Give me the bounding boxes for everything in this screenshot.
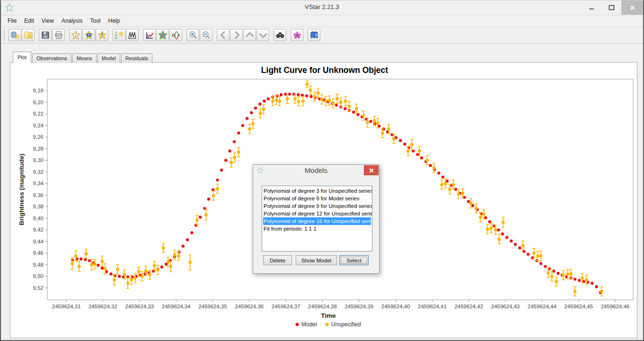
observation-point: [461, 192, 464, 195]
menu-tool[interactable]: Tool: [87, 17, 105, 25]
close-button[interactable]: [621, 0, 643, 15]
observation-point: [74, 254, 78, 258]
legend-unspecified-label: Unspecified: [331, 321, 361, 328]
menu-view[interactable]: View: [38, 17, 58, 25]
zoom-in-button[interactable]: [186, 29, 199, 41]
model-point: [207, 197, 210, 200]
tab-model[interactable]: Model: [97, 54, 120, 63]
pan-down-button[interactable]: [256, 29, 269, 41]
tab-means[interactable]: Means: [72, 54, 97, 63]
new-star-from-file-button[interactable]: [22, 29, 35, 41]
zoom-out-button[interactable]: [200, 29, 212, 41]
tab-observations[interactable]: Observations: [32, 54, 71, 63]
observation-point: [212, 194, 215, 197]
minimize-button[interactable]: [582, 0, 601, 15]
x-tick-label: 2459624,34: [162, 304, 191, 309]
observation-point: [335, 97, 339, 100]
plugin-manager-button[interactable]: [291, 29, 303, 41]
zoom-in-icon: [188, 30, 198, 40]
observation-point: [432, 166, 436, 170]
flower-icon: [292, 30, 302, 40]
light-curve-button[interactable]: [126, 29, 139, 41]
pan-left-button[interactable]: [217, 29, 229, 41]
observation-point: [237, 151, 240, 154]
models-dialog-titlebar[interactable]: Models: [253, 165, 379, 176]
y-tick-label: 9,26: [33, 134, 44, 140]
analysis-chart-button[interactable]: [143, 29, 156, 41]
tab-plot[interactable]: Plot: [13, 52, 31, 63]
new-star-from-database-button[interactable]: [9, 29, 21, 41]
observation-point: [251, 122, 255, 126]
model-point: [467, 200, 470, 203]
observation-point: [85, 252, 88, 255]
plugin-star-button[interactable]: [156, 29, 169, 41]
dialog-close-icon[interactable]: [364, 165, 379, 175]
x-tick-label: 2459624,37: [272, 304, 300, 309]
y-tick-label: 9,46: [33, 250, 44, 256]
observation-point: [153, 264, 156, 268]
observation-point: [313, 95, 317, 98]
delete-button[interactable]: Delete: [263, 255, 292, 265]
observation-point: [373, 119, 376, 123]
model-point: [254, 107, 257, 109]
curve-fit-button[interactable]: [169, 29, 182, 41]
maximize-button[interactable]: [601, 0, 621, 15]
model-list-item[interactable]: Polynomial of degree 9 for Model series: [263, 195, 371, 202]
save-button[interactable]: [39, 29, 52, 41]
tab-residuals[interactable]: Residuals: [121, 54, 152, 63]
model-point: [429, 164, 432, 167]
pan-down-icon: [258, 30, 268, 40]
model-list-item[interactable]: Fit from periods: 1 1 1: [263, 225, 371, 233]
menu-help[interactable]: Help: [105, 17, 124, 25]
x-tick-label: 2459624,36: [235, 304, 264, 309]
y-tick-label: 9,30: [33, 157, 44, 163]
observation-point: [362, 114, 365, 117]
model-point: [488, 220, 491, 223]
observation-point: [141, 275, 144, 278]
model-point: [118, 275, 121, 278]
print-icon: [54, 30, 63, 40]
star-info-button[interactable]: i: [69, 29, 82, 41]
observation-point: [113, 278, 116, 281]
observation-point: [126, 282, 130, 285]
observation-point: [444, 182, 447, 185]
observation-point: [137, 270, 141, 273]
menu-analysis[interactable]: Analysis: [58, 17, 87, 25]
x-tick-label: 2459624,32: [88, 304, 117, 309]
model-list-item[interactable]: Polynomial of degree 15 for Unspecified …: [263, 217, 371, 225]
model-list-item[interactable]: Polynomial of degree 9 for Unspecified s…: [263, 202, 371, 210]
model-list-item[interactable]: Polynomial of degree 12 for Unspecified …: [263, 210, 371, 217]
observation-point: [392, 137, 396, 141]
star-image-button[interactable]: [82, 29, 95, 41]
star-database-icon: [10, 30, 20, 40]
print-button[interactable]: [52, 29, 65, 41]
observation-point: [320, 98, 324, 101]
y-tick-label: 9,40: [33, 215, 44, 221]
show-model-button[interactable]: Show Model: [296, 255, 337, 265]
pan-up-button[interactable]: [243, 29, 256, 41]
models-list[interactable]: Polynomial of degree 3 for Unspecified s…: [262, 186, 372, 251]
y-tick-label: 9,22: [33, 111, 44, 117]
pan-right-button[interactable]: [230, 29, 243, 41]
help-button[interactable]: ?: [308, 29, 320, 41]
menu-file[interactable]: File: [4, 17, 20, 25]
menu-edit[interactable]: Edit: [20, 17, 38, 25]
model-point: [573, 278, 576, 280]
title-bar[interactable]: VStar 2.21.3: [1, 0, 643, 15]
observation-point: [204, 213, 208, 216]
toolbar-drag-handle[interactable]: [4, 29, 7, 41]
filter-button[interactable]: [273, 29, 286, 41]
observation-point: [90, 263, 93, 267]
raw-data-button[interactable]: 118181: [113, 29, 125, 41]
model-list-item[interactable]: Polynomial of degree 3 for Unspecified s…: [263, 187, 371, 195]
observation-point: [355, 107, 358, 110]
observation-point: [248, 127, 251, 131]
select-button[interactable]: Select: [339, 255, 369, 265]
model-point: [258, 102, 261, 105]
model-point: [280, 93, 282, 96]
model-point: [79, 257, 82, 260]
star-switch-button[interactable]: [96, 29, 108, 41]
model-point: [514, 243, 517, 246]
observation-point: [532, 251, 536, 255]
menu-bar: FileEditViewAnalysisToolHelp: [1, 15, 643, 27]
